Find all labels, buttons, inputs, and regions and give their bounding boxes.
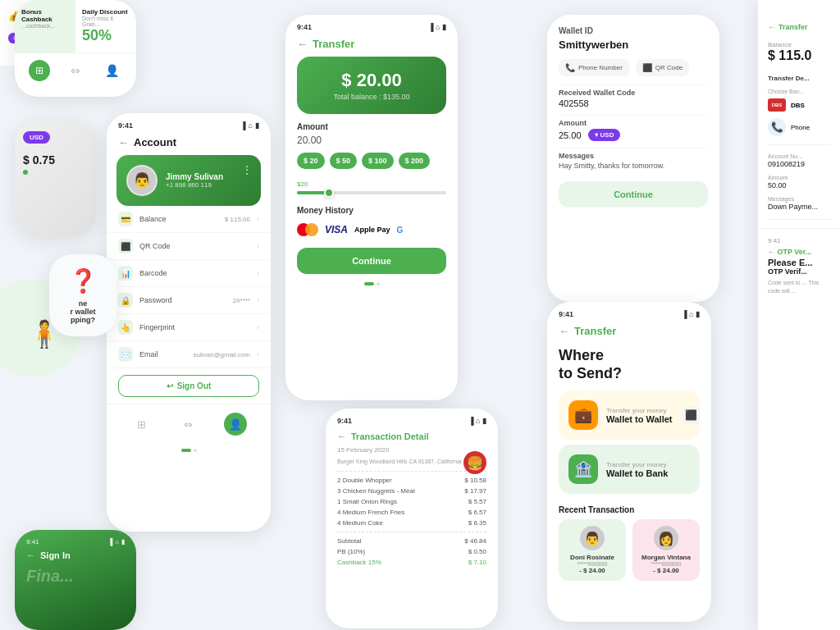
phone-label: Phone Number bbox=[578, 64, 623, 71]
qr-scan-icon[interactable]: ⬛ bbox=[682, 406, 700, 424]
person-1[interactable]: 👨 Doni Rosinate *****896890 - $ 24.00 bbox=[559, 519, 626, 581]
chevron-right-icon: › bbox=[257, 350, 259, 358]
back-arrow-icon[interactable]: ← bbox=[559, 325, 569, 337]
password-menu-item[interactable]: 🔒 Password 24**** › bbox=[107, 287, 271, 314]
txn-item-1: 2 Double Whopper $ 10.58 bbox=[326, 475, 498, 486]
fingerprint-menu-item[interactable]: 👆 Fingerprint › bbox=[107, 314, 271, 341]
page-indicator bbox=[285, 277, 458, 290]
email-menu-item[interactable]: ✉️ Email sulivan@gmail.com › bbox=[107, 341, 271, 368]
profile-info: Jimmy Sulivan +1 898 860 119 bbox=[166, 172, 223, 189]
lock-icon: 🔒 bbox=[118, 293, 133, 308]
barcode-menu-item[interactable]: 📊 Barcode › bbox=[107, 260, 271, 287]
daily-label: Daily Discount bbox=[82, 8, 130, 16]
transfer-nav-icon[interactable]: ⇔ bbox=[177, 413, 200, 436]
phone-icon: 📞 bbox=[565, 63, 575, 72]
transfer-header: ← Transfer bbox=[547, 322, 711, 344]
signal-icon: ▐ bbox=[682, 310, 687, 318]
qrcode-menu-item[interactable]: ⬛ QR Code › bbox=[107, 233, 271, 260]
balance-sublabel: Total balance : $135.00 bbox=[310, 93, 433, 101]
account-header: ← Account bbox=[107, 133, 271, 155]
continue-button[interactable]: Continue bbox=[297, 248, 446, 274]
person-1-account: *****896890 bbox=[565, 561, 619, 567]
amount-20-button[interactable]: $ 20 bbox=[297, 153, 325, 169]
signin-screen: 9:41 ▐ ⌂ ▮ ← Sign In Fina... bbox=[15, 530, 136, 630]
status-bar: 9:41 ▐ ⌂ ▮ bbox=[15, 530, 136, 549]
amount-value: 20.00 bbox=[285, 135, 458, 153]
balance-menu-item[interactable]: 💳 Balance $ 115.00 › bbox=[107, 206, 271, 233]
back-arrow-icon[interactable]: ← bbox=[768, 248, 778, 256]
grid-icon[interactable]: ⊞ bbox=[29, 60, 50, 81]
where-to-send-screen: 9:41 ▐ ⌂ ▮ ← Transfer Where to Send? ⬛ 💼… bbox=[547, 302, 711, 622]
usd-badge[interactable]: ▾ USD bbox=[588, 129, 621, 141]
email-label: Email bbox=[139, 350, 187, 358]
chevron-right-icon: › bbox=[257, 242, 259, 250]
right-panel: ← Transfer Balance $ 115.0 Transfer De..… bbox=[758, 0, 840, 630]
rp-transfer-detail-label: Transfer De... bbox=[758, 70, 840, 85]
slider-thumb[interactable] bbox=[324, 188, 334, 198]
barcode-label: Barcode bbox=[139, 269, 250, 277]
recent-transaction-title: Recent Transaction bbox=[547, 499, 711, 519]
account-title: Account bbox=[134, 136, 176, 148]
continue-button[interactable]: Continue bbox=[559, 181, 708, 208]
otp-body-text: Code sent to ... This code will ... bbox=[768, 279, 830, 295]
subtotal-row: Subtotal $ 46.84 bbox=[326, 536, 498, 546]
signout-button[interactable]: ↩ Sign Out bbox=[118, 375, 259, 397]
dot-active bbox=[181, 449, 191, 452]
item-price: $ 6.57 bbox=[468, 509, 486, 516]
back-arrow-icon[interactable]: ← bbox=[337, 431, 346, 441]
rp-amount-value: 50.00 bbox=[758, 181, 840, 193]
more-options-icon[interactable]: ⋮ bbox=[241, 163, 253, 176]
payment-logos: VISA Apple Pay G bbox=[285, 220, 458, 244]
promo-card: Bonus Cashback ...cashback... Daily Disc… bbox=[15, 0, 136, 97]
person-icon[interactable]: 👤 bbox=[101, 60, 122, 81]
status-bar: 9:41 ▐ ⌂ ▮ bbox=[285, 15, 458, 34]
phone-number-tag[interactable]: 📞 Phone Number bbox=[559, 59, 629, 76]
transfer-title: Transfer bbox=[574, 325, 616, 337]
chevron-right-icon: › bbox=[257, 215, 259, 223]
back-arrow-icon[interactable]: ← bbox=[297, 38, 308, 50]
signout-icon: ↩ bbox=[167, 381, 173, 390]
signin-header: ← Sign In bbox=[15, 549, 136, 562]
home-nav-icon[interactable]: ⊞ bbox=[130, 413, 153, 436]
rp-bank-option[interactable]: DBS DBS bbox=[758, 95, 840, 115]
rp-phone-option[interactable]: 📞 Phone bbox=[758, 115, 840, 139]
where-to-send-title: Where to Send? bbox=[547, 344, 711, 386]
chevron-right-icon: › bbox=[257, 296, 259, 304]
wallet-icon: 💼 bbox=[568, 400, 598, 430]
qr-icon: ⬛ bbox=[642, 63, 652, 72]
barcode-icon: 📊 bbox=[118, 266, 133, 281]
pb-value: $ 0.50 bbox=[468, 548, 486, 555]
wallet-to-bank-option[interactable]: 🏦 Transfer your money Wallet to Bank bbox=[559, 445, 700, 494]
amount-100-button[interactable]: $ 100 bbox=[362, 153, 394, 169]
time-display: 9:41 bbox=[26, 538, 39, 546]
profile-nav-icon[interactable]: 👤 bbox=[224, 413, 247, 436]
txn-item-5: 4 Medium Coke $ 6.35 bbox=[326, 518, 498, 528]
slider-label: $20 bbox=[297, 180, 446, 188]
battery-icon: ▮ bbox=[121, 538, 125, 546]
pb-row: PB (10%) $ 0.50 bbox=[326, 546, 498, 557]
back-arrow-icon[interactable]: ← bbox=[768, 23, 775, 31]
amount-200-button[interactable]: $ 200 bbox=[399, 153, 431, 169]
person-2[interactable]: 👩 Morgan Vintana *****896890 - $ 24.00 bbox=[632, 519, 700, 581]
bonus-sub: ...cashback... bbox=[21, 23, 69, 29]
scan-icon[interactable]: ⇔ bbox=[65, 60, 86, 81]
time-display: 9:41 bbox=[118, 121, 133, 130]
received-wallet-value: 402558 bbox=[547, 98, 719, 115]
balance-label: Balance bbox=[139, 215, 218, 223]
otp-section: 9:41 ← OTP Ver... Please E... OTP Verif.… bbox=[758, 228, 840, 304]
amount-row: 25.00 ▾ USD bbox=[547, 129, 719, 148]
email-value: sulivan@gmail.com bbox=[194, 351, 250, 358]
cashback-row: Cashback 15% $ 7.10 bbox=[326, 557, 498, 568]
qrcode-tag[interactable]: ⬛ QR Code bbox=[636, 59, 689, 76]
wallet-to-wallet-option[interactable]: 💼 Transfer your money Wallet to Wallet bbox=[559, 390, 700, 440]
phone-logo: 📞 bbox=[768, 118, 786, 136]
time-display: 9:41 bbox=[297, 23, 312, 31]
back-arrow-icon[interactable]: ← bbox=[118, 136, 129, 148]
amount-slider[interactable]: $20 bbox=[285, 177, 458, 203]
messages-value: Hay Smitty, thanks for tomorrow. bbox=[547, 162, 719, 178]
amount-50-button[interactable]: $ 50 bbox=[330, 153, 358, 169]
wallet-id-value: Smittywerben bbox=[547, 39, 719, 59]
mastercard-logo bbox=[297, 223, 318, 236]
pb-label: PB (10%) bbox=[337, 548, 365, 555]
back-arrow-icon[interactable]: ← bbox=[26, 550, 35, 560]
